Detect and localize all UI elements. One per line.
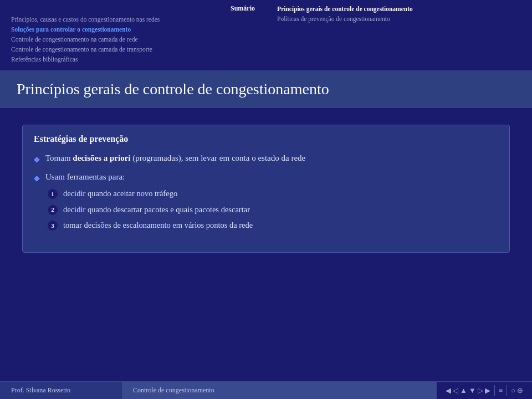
footer-left: Prof. Silvana Rossetto <box>0 382 122 399</box>
search-icon[interactable]: ○ <box>511 386 515 395</box>
bold-text-1: decisões a priori <box>73 154 130 162</box>
nav-last-icon[interactable]: ▶ <box>485 386 490 395</box>
nav-title: Sumário <box>11 4 255 13</box>
zoom-icon[interactable]: ⊕ <box>517 386 523 395</box>
nav-item-1[interactable]: Princípios, causas e custos do congestio… <box>11 15 255 24</box>
nav-item-2[interactable]: Soluções para controlar o congestionamen… <box>11 25 255 34</box>
bullet-text-2: Usam ferramentas para: 1 decidir quando … <box>45 171 498 236</box>
num-badge-2: 2 <box>48 205 58 215</box>
num-badge-1: 1 <box>48 189 58 199</box>
bullet-diamond-icon-2: ◆ <box>34 172 40 184</box>
nav-right-item-2[interactable]: Políticas de prevenção de congestionamen… <box>277 14 521 23</box>
nav-first-icon[interactable]: ◀ <box>446 386 451 395</box>
sub-item-1: 1 decidir quando aceitar novo tráfego <box>48 188 498 200</box>
nav-right-item-1[interactable]: Princípios gerais de controle de congest… <box>277 4 521 13</box>
nav-right: Princípios gerais de controle de congest… <box>266 4 521 64</box>
bullet-diamond-icon-1: ◆ <box>34 154 40 165</box>
footer-center: Controle de congestionamento <box>122 382 437 399</box>
page-title: Princípios gerais de controle de congest… <box>17 80 515 98</box>
main-title-bar: Princípios gerais de controle de congest… <box>0 70 532 108</box>
separator-2 <box>507 385 507 396</box>
sub-item-text-1: decidir quando aceitar novo tráfego <box>63 188 177 200</box>
nav-item-3[interactable]: Controle de congestionamento na camada d… <box>11 35 255 44</box>
nav-prev-icon[interactable]: ◁ <box>453 386 458 395</box>
sub-list: 1 decidir quando aceitar novo tráfego 2 … <box>45 188 498 232</box>
footer-title: Controle de congestionamento <box>133 386 214 395</box>
section-box: Estratégias de prevenção ◆ Tomam decisõe… <box>22 125 510 253</box>
separator <box>494 385 495 396</box>
sub-item-text-2: decidir quando descartar pacotes e quais… <box>63 204 250 216</box>
footer-nav-icons: ◀ ◁ ▲ ▼ ▷ ▶ ≡ ○ ⊕ <box>446 385 523 396</box>
bullet-item-1: ◆ Tomam decisões a priori (programadas),… <box>34 152 498 165</box>
nav-item-5[interactable]: Referências bibliográficas <box>11 55 255 64</box>
footer: Prof. Silvana Rossetto Controle de conge… <box>0 381 532 399</box>
nav-settings-icon[interactable]: ≡ <box>499 386 503 395</box>
footer-right: ◀ ◁ ▲ ▼ ▷ ▶ ≡ ○ ⊕ <box>437 382 532 399</box>
bullet-text-1: Tomam decisões a priori (programadas), s… <box>45 152 498 165</box>
footer-author: Prof. Silvana Rossetto <box>11 386 70 395</box>
sub-item-text-3: tomar decisões de escalonamento em vário… <box>63 219 253 232</box>
sub-item-2: 2 decidir quando descartar pacotes e qua… <box>48 204 498 216</box>
num-badge-3: 3 <box>48 221 58 231</box>
nav-next-icon[interactable]: ▷ <box>478 386 483 395</box>
nav-left: Sumário Princípios, causas e custos do c… <box>11 4 255 64</box>
nav-up-icon[interactable]: ▲ <box>460 386 467 395</box>
content-area: Estratégias de prevenção ◆ Tomam decisõe… <box>0 108 532 269</box>
bullet-item-2: ◆ Usam ferramentas para: 1 decidir quand… <box>34 171 498 236</box>
top-navigation: Sumário Princípios, causas e custos do c… <box>0 0 532 68</box>
sub-item-3: 3 tomar decisões de escalonamento em vár… <box>48 219 498 232</box>
nav-down-icon[interactable]: ▼ <box>469 386 476 395</box>
section-title: Estratégias de prevenção <box>34 134 498 144</box>
nav-item-4[interactable]: Controle de congestionamento na camada d… <box>11 45 255 54</box>
